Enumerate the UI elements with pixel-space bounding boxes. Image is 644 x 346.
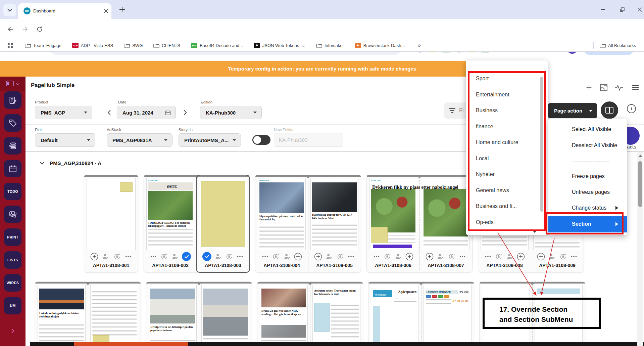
add-page-icon[interactable] [90, 253, 98, 261]
more-options-icon[interactable] [570, 253, 578, 260]
window-minimize-button[interactable] [598, 5, 607, 14]
newspaper-page[interactable]: Hattrick ga opptur for G15: G17 fikk ban… [310, 178, 358, 250]
page-thumb-APTA1-3108-003[interactable]: APTA1-3108-003 [197, 175, 249, 272]
page-status-icon[interactable] [448, 253, 456, 261]
all-bookmarks-button[interactable]: All Bookmarks [600, 43, 636, 48]
page-card-spread[interactable]: Utvalget vil si nei til boliger på den p… [146, 282, 252, 346]
page-thumb-APTA1-3108-002[interactable]: NYHETERØSTETORSDAG/FREDAG: Før historisk… [144, 175, 197, 272]
sidebar-item-stack[interactable] [4, 137, 21, 155]
selected-check-icon[interactable] [202, 252, 211, 261]
newspaper-page[interactable]: MeningerAgderposten [371, 285, 419, 346]
page-thumb-APTA1-3108-001[interactable]: APTA1-3108-001 [84, 175, 138, 272]
hamburger-menu-icon[interactable] [631, 83, 640, 92]
page-scrollbar[interactable] [637, 152, 643, 346]
sidebar-item-calendar[interactable] [4, 160, 21, 177]
bookmark-item[interactable]: B64Base64 Decode and... [191, 43, 243, 48]
page-status-icon[interactable] [225, 253, 233, 261]
section-option[interactable]: Nyheter [470, 170, 543, 179]
sidebar-app-switcher[interactable] [0, 77, 26, 91]
adstack-select[interactable]: PMS_AGP0831A [107, 133, 172, 147]
bookmark-item[interactable]: ADPADP - Vista ESS [72, 43, 113, 48]
section-option[interactable]: Home and culture [470, 138, 543, 147]
assign-user-icon[interactable] [171, 253, 179, 260]
page-thumb[interactable]: Utvalget vil si nei til boliger på den p… [146, 282, 199, 346]
new-tab-button[interactable] [118, 5, 126, 13]
dial-select[interactable]: Default [35, 133, 95, 147]
page-thumb[interactable]: Lokale redningsdykkere bisto i redningsa… [35, 282, 88, 346]
layout-columns-button[interactable] [601, 101, 618, 119]
menu-item-select-all-visible[interactable]: Select All Visible [548, 122, 627, 137]
sidebar-expand-button[interactable] [0, 326, 26, 336]
more-options-icon[interactable] [373, 253, 380, 260]
window-close-button[interactable] [635, 5, 644, 14]
new-edition-toggle[interactable] [252, 135, 270, 145]
page-group-header[interactable]: PMS_AGP,310824 - A [50, 160, 101, 166]
browser-tab[interactable]: DB Dashboard [18, 3, 111, 19]
sidebar-item-wires[interactable]: WIRES [4, 274, 21, 292]
assign-user-icon[interactable] [548, 253, 556, 260]
forward-button[interactable] [21, 25, 30, 34]
section-option[interactable]: Business and fi... [470, 202, 543, 211]
section-option[interactable]: Entertainment [470, 90, 543, 99]
info-button[interactable]: i [627, 104, 636, 113]
page-status-icon[interactable] [113, 253, 121, 261]
add-page-icon[interactable] [294, 253, 302, 261]
page-status-icon[interactable] [160, 253, 168, 261]
more-options-icon[interactable] [347, 253, 355, 260]
activity-pulse-icon[interactable] [615, 83, 624, 92]
sidebar-item-media[interactable] [4, 206, 21, 223]
tab-search-button[interactable] [3, 4, 16, 16]
edition-select[interactable]: KA-Phub300 [200, 106, 262, 119]
reload-button[interactable] [35, 25, 44, 34]
menu-item-[interactable]: -------------------- [548, 154, 627, 169]
assign-user-icon[interactable] [283, 253, 291, 260]
more-options-icon[interactable] [236, 253, 244, 260]
page-card-spread[interactable]: NYHETERAPTA1-3108-006APTA1-3108-007Dykke… [366, 175, 473, 273]
assign-user-icon[interactable] [102, 253, 109, 260]
bookmarks-overflow-chevron[interactable]: » [417, 42, 420, 49]
section-option[interactable]: Local [470, 154, 543, 163]
newspaper-page[interactable]: Drakk 24 glas vin under NRK-sending: - D… [260, 285, 308, 346]
newspaper-page[interactable]: Utvalget vil si nei til boliger på den p… [149, 285, 197, 346]
newspaper-page[interactable]: NYHETERØSTETORSDAG/FREDAG: Før historisk… [146, 178, 194, 250]
add-page-icon[interactable] [517, 253, 525, 261]
bookmark-item[interactable]: ✱JSON Web Tokens -... [254, 43, 305, 48]
add-page-icon[interactable] [537, 253, 545, 261]
section-option[interactable]: Op-eds [470, 218, 543, 227]
bookmark-item[interactable]: ◉Browserstack-Dash... [355, 43, 405, 48]
page-card-single[interactable]: APTA1-3108-001 [84, 175, 138, 273]
tab-close-icon[interactable] [104, 9, 108, 13]
date-picker[interactable]: Aug 31, 2024 [117, 106, 176, 119]
scroll-up-arrow-icon[interactable] [639, 155, 642, 157]
bookmark-item[interactable]: Team_Engage [25, 43, 61, 48]
assign-user-icon[interactable] [214, 253, 222, 260]
more-options-icon[interactable] [125, 253, 132, 260]
scroll-down-arrow-icon[interactable] [533, 231, 536, 233]
page-thumb[interactable]: LESERNES MENINGERTIPS OSS37 00 37 00 [421, 282, 474, 346]
bookmark-item[interactable]: CLIENTS [153, 43, 180, 48]
date-next-button[interactable] [181, 108, 189, 117]
assign-user-icon[interactable] [325, 253, 333, 260]
window-maximize-button[interactable] [617, 5, 627, 14]
sidebar-item-lists[interactable]: LISTS [4, 251, 21, 269]
add-page-icon[interactable] [405, 253, 413, 261]
back-button[interactable] [6, 25, 15, 34]
date-prev-button[interactable] [105, 108, 113, 117]
newspaper-page[interactable] [90, 285, 138, 346]
page-status-icon[interactable] [272, 253, 280, 261]
group-collapse-chevron-icon[interactable] [40, 162, 44, 165]
add-page-icon[interactable] [426, 253, 434, 261]
page-thumb-APTA1-3108-005[interactable]: Hattrick ga opptur for G15: G17 fikk ban… [308, 175, 361, 272]
submenu-scrollbar-thumb[interactable] [540, 77, 543, 212]
page-thumb[interactable] [88, 282, 141, 346]
newspaper-page[interactable]: Lokale redningsdykkere bisto i redningsa… [38, 285, 86, 346]
page-thumb-APTA1-3108-004[interactable]: NYHETERStjernepolitiker på snar-visitt: … [255, 175, 308, 272]
new-edition-input[interactable]: KA-Phub300 [274, 133, 343, 147]
newspaper-page[interactable] [199, 178, 247, 250]
image-tool-icon[interactable] [599, 83, 608, 92]
assign-user-icon[interactable] [395, 253, 402, 260]
section-option[interactable]: General news [470, 186, 543, 195]
newspaper-page[interactable]: LESERNES MENINGERTIPS OSS37 00 37 00 [424, 285, 472, 346]
page-thumb[interactable]: Avslutter søket: Tror savnet mann fra Te… [310, 282, 363, 346]
add-icon[interactable] [585, 83, 593, 92]
